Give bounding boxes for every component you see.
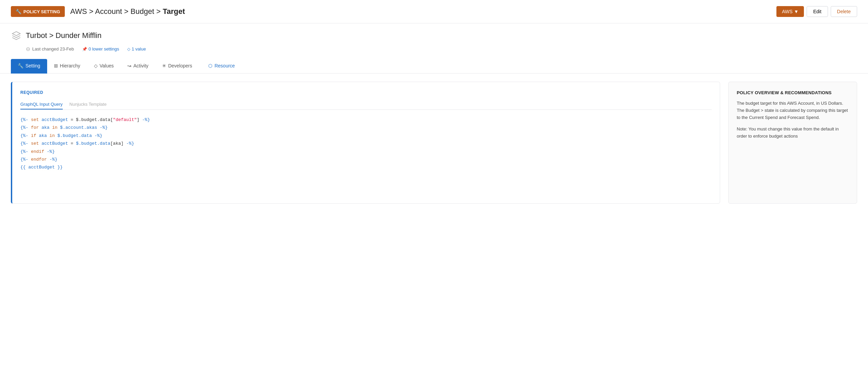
meta-row: ⊖ Last changed 23-Feb 📌 0 lower settings… [26, 46, 857, 52]
pin-icon: 📌 [82, 47, 87, 52]
header-left: 🔧 POLICY SETTING AWS > Account > Budget … [11, 6, 185, 17]
lower-settings-label: 0 lower settings [89, 46, 119, 52]
subheader: Turbot > Dunder Mifflin ⊖ Last changed 2… [0, 23, 868, 52]
policy-badge: 🔧 POLICY SETTING [11, 6, 65, 17]
code-line-2: {%- for aka in $.account.akas -%} [20, 124, 712, 131]
wrench-tab-icon: 🔧 [18, 63, 23, 68]
code-tab-nunjucks-label: Nunjucks Template [70, 102, 107, 107]
header-right: AWS ▼ Edit Delete [776, 6, 857, 17]
code-tabs: GraphQL Input Query Nunjucks Template [20, 100, 712, 110]
code-line-6: {%- endfor -%} [20, 156, 712, 163]
value-label: 1 value [132, 46, 146, 52]
edit-button-label: Edit [813, 9, 821, 14]
cube-icon [11, 30, 22, 41]
resource-title: Turbot > Dunder Mifflin [11, 30, 857, 41]
breadcrumb-path: AWS > Account > Budget > [70, 7, 163, 16]
tab-resource-label: Resource [214, 63, 235, 68]
code-block: {%- set acctBudget = $.budget.data["defa… [20, 116, 712, 171]
main-panel: REQUIRED GraphQL Input Query Nunjucks Te… [11, 82, 720, 204]
content-area: REQUIRED GraphQL Input Query Nunjucks Te… [0, 74, 868, 212]
tab-developers[interactable]: ✳ Developers [155, 59, 199, 74]
code-line-4: {%- set acctBudget = $.budget.data[aka] … [20, 140, 712, 147]
values-icon: ◇ [94, 63, 98, 68]
breadcrumb: AWS > Account > Budget > Target [70, 7, 185, 16]
diamond-icon: ◇ [127, 47, 130, 52]
value-link[interactable]: ◇ 1 value [127, 46, 146, 52]
resource-name: Turbot > Dunder Mifflin [26, 31, 101, 40]
code-tab-graphql-label: GraphQL Input Query [20, 102, 63, 107]
edit-button[interactable]: Edit [807, 6, 828, 17]
last-changed-label: Last changed 23-Feb [32, 46, 74, 52]
code-line-7: {{ acctBudget }} [20, 163, 712, 171]
wrench-icon: 🔧 [16, 9, 21, 14]
lower-settings-link[interactable]: 📌 0 lower settings [82, 46, 119, 52]
aws-button[interactable]: AWS ▼ [776, 6, 804, 17]
tab-hierarchy[interactable]: ⊞ Hierarchy [47, 59, 87, 74]
hierarchy-icon: ⊞ [54, 63, 58, 68]
clock-icon: ⊖ [26, 46, 30, 52]
required-label: REQUIRED [20, 90, 712, 95]
activity-icon: ↝ [127, 63, 131, 68]
tab-setting-label: Setting [25, 63, 40, 68]
tab-values-label: Values [100, 63, 114, 68]
code-tab-nunjucks[interactable]: Nunjucks Template [70, 100, 107, 109]
delete-button-label: Delete [837, 9, 851, 14]
tab-activity-label: Activity [133, 63, 148, 68]
delete-button[interactable]: Delete [831, 6, 857, 17]
meta-changed: ⊖ Last changed 23-Feb [26, 46, 74, 52]
top-header: 🔧 POLICY SETTING AWS > Account > Budget … [0, 0, 868, 23]
code-line-5: {%- endif -%} [20, 148, 712, 156]
tabs-row: 🔧 Setting ⊞ Hierarchy ◇ Values ↝ Activit… [0, 59, 868, 74]
badge-label: POLICY SETTING [23, 9, 60, 14]
tab-values[interactable]: ◇ Values [87, 59, 121, 74]
tab-resource[interactable]: ⬡ Resource [201, 59, 242, 74]
side-panel-title: POLICY OVERVIEW & RECOMMENDATIONS [737, 90, 849, 95]
developers-icon: ✳ [162, 63, 166, 68]
side-panel: POLICY OVERVIEW & RECOMMENDATIONS The bu… [728, 82, 857, 204]
breadcrumb-current: Target [163, 7, 185, 16]
aws-button-label: AWS [782, 9, 792, 14]
tab-activity[interactable]: ↝ Activity [120, 59, 155, 74]
side-panel-paragraph1: The budget target for this AWS Account, … [737, 100, 849, 121]
side-panel-paragraph2: Note: You must change this value from th… [737, 126, 849, 140]
chevron-down-icon: ▼ [794, 9, 799, 14]
tab-hierarchy-label: Hierarchy [60, 63, 80, 68]
tab-setting[interactable]: 🔧 Setting [11, 59, 47, 74]
code-line-3: {%- if aka in $.budget.data -%} [20, 132, 712, 140]
resource-icon: ⬡ [208, 63, 212, 68]
code-tab-graphql[interactable]: GraphQL Input Query [20, 100, 63, 109]
code-line-1: {%- set acctBudget = $.budget.data["defa… [20, 116, 712, 124]
tab-developers-label: Developers [168, 63, 192, 68]
